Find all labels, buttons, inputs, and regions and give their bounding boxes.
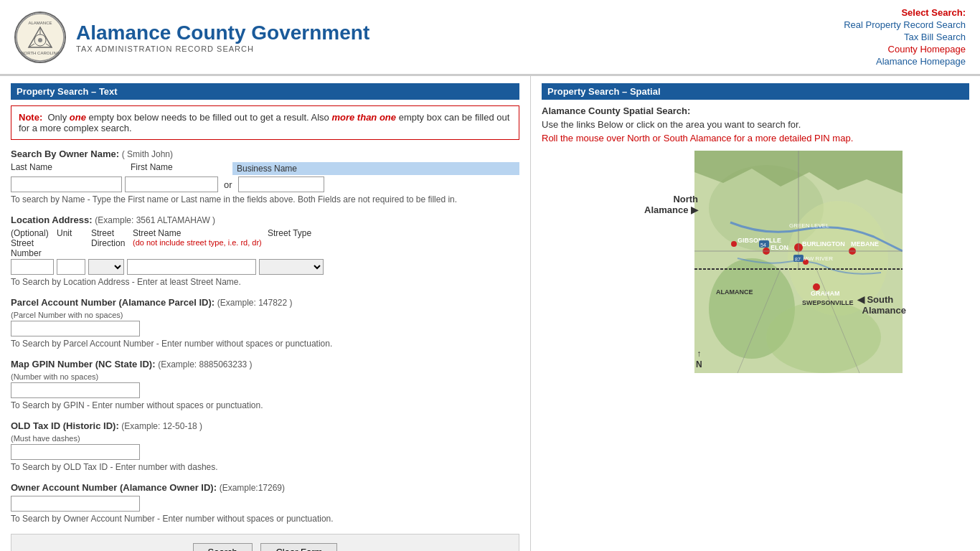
- left-section-header: Property Search – Text: [11, 83, 519, 100]
- street-name-input[interactable]: [127, 259, 256, 275]
- gpin-hint: To Search by GPIN - Enter number without…: [11, 400, 519, 410]
- old-tax-title: OLD Tax ID (Historic ID): (Example: 12-5…: [11, 420, 519, 431]
- note-box: Note: Only one empty box below needs to …: [11, 105, 519, 140]
- last-name-input[interactable]: [11, 176, 122, 192]
- direction-label: Street Direction: [91, 228, 130, 258]
- header-title: Alamance County Government TAX ADMINISTR…: [76, 22, 369, 53]
- note-label: Note:: [19, 112, 42, 123]
- buttons-area: Search Clear Form: [11, 534, 519, 551]
- name-fields-inputs: or: [11, 176, 519, 192]
- svg-text:87: 87: [795, 257, 801, 262]
- loc-labels: (Optional) Street Number Unit Street Dir…: [11, 228, 519, 258]
- street-name-hint: (do not include street type, i.e. rd, dr…: [133, 238, 265, 247]
- parcel-input[interactable]: [11, 321, 140, 336]
- right-panel: Property Search – Spatial Alamance Count…: [531, 76, 980, 551]
- map-container: NorthAlamance ▶ GIBSONVILLE: [644, 151, 867, 373]
- right-section-header: Property Search – Spatial: [542, 83, 969, 100]
- svg-text:ELON: ELON: [771, 244, 788, 251]
- note-more: more than one: [331, 112, 396, 123]
- svg-text:GREEN LEVEL: GREEN LEVEL: [789, 222, 829, 229]
- svg-text:ALAMANCE: ALAMANCE: [28, 21, 52, 25]
- svg-text:SWEPSONVILLE: SWEPSONVILLE: [802, 299, 854, 306]
- svg-text:NORTH CAROLINA: NORTH CAROLINA: [21, 51, 60, 55]
- owner-name-section: Search By Owner Name: ( Smith John) Last…: [11, 149, 519, 204]
- header-nav: Select Search: Real Property Record Sear…: [844, 7, 966, 67]
- svg-text:BURLINGTON: BURLINGTON: [802, 240, 845, 248]
- optional-label: (Optional): [11, 228, 54, 238]
- svg-text:HAW RIVER: HAW RIVER: [801, 255, 833, 262]
- owner-account-section: Owner Account Number (Alamance Owner ID)…: [11, 482, 519, 524]
- biz-name-label: Business Name: [232, 162, 519, 175]
- location-hint: To Search by Location Address - Enter at…: [11, 277, 519, 287]
- spatial-heading: Alamance County Spatial Search:: [542, 105, 969, 116]
- parcel-hint: To Search by Parcel Account Number - Ent…: [11, 339, 519, 349]
- site-title: Alamance County Government: [76, 22, 369, 44]
- owner-account-hint: To Search by Owner Account Number - Ente…: [11, 514, 519, 524]
- old-tax-section: OLD Tax ID (Historic ID): (Example: 12-5…: [11, 420, 519, 472]
- location-section: Location Address: (Example: 3561 ALTAMAH…: [11, 215, 519, 287]
- direction-select[interactable]: NSEW NENWSESW: [88, 259, 124, 275]
- header-left: ALAMANCE NORTH CAROLINA Alamance County …: [14, 11, 369, 63]
- name-fields-header: Last Name First Name Business Name: [11, 162, 519, 175]
- gpin-input[interactable]: [11, 382, 140, 398]
- street-name-label: Street Name: [133, 228, 265, 238]
- gpin-sublabel: (Number with no spaces): [11, 372, 519, 381]
- old-tax-hint: To Search by OLD Tax ID - Enter number w…: [11, 462, 519, 472]
- nav-county-homepage[interactable]: County Homepage: [844, 44, 966, 55]
- note-one: one: [70, 112, 86, 123]
- street-type-label: Street Type: [268, 228, 311, 258]
- select-search-label: Select Search:: [844, 7, 966, 18]
- south-label: ◀ South Alamance: [857, 294, 906, 316]
- svg-point-5: [38, 38, 42, 42]
- owner-account-title: Owner Account Number (Alamance Owner ID)…: [11, 482, 519, 493]
- spatial-text: Alamance County Spatial Search: Use the …: [542, 105, 969, 143]
- search-button[interactable]: Search: [193, 543, 253, 551]
- north-label: NorthAlamance ▶: [644, 194, 698, 215]
- unit-input[interactable]: [57, 259, 85, 275]
- loc-inputs: NSEW NENWSESW RDDRSTAVE BLVDLNCTWAY: [11, 259, 519, 275]
- gpin-section: Map GPIN Number (NC State ID): (Example:…: [11, 359, 519, 410]
- spatial-line2: Roll the mouse over North or South Alama…: [542, 133, 969, 143]
- parcel-title: Parcel Account Number (Alamance Parcel I…: [11, 297, 519, 308]
- owner-name-hint: To search by Name - Type the First name …: [11, 194, 519, 204]
- old-tax-input[interactable]: [11, 444, 140, 460]
- or-label: or: [224, 179, 232, 190]
- gpin-title: Map GPIN Number (NC State ID): (Example:…: [11, 359, 519, 369]
- first-name-label: First Name: [131, 162, 224, 175]
- street-number-input[interactable]: [11, 259, 54, 275]
- site-subtitle: TAX ADMINISTRATION RECORD SEARCH: [76, 44, 369, 53]
- last-name-label: Last Name: [11, 162, 122, 175]
- county-map[interactable]: GIBSONVILLE ELON BURLINGTON GREEN LEVEL …: [694, 151, 903, 373]
- parcel-section: Parcel Account Number (Alamance Parcel I…: [11, 297, 519, 349]
- nav-real-property[interactable]: Real Property Record Search: [844, 19, 966, 30]
- county-logo: ALAMANCE NORTH CAROLINA: [14, 11, 66, 63]
- owner-account-input[interactable]: [11, 496, 140, 512]
- svg-text:54: 54: [760, 242, 766, 248]
- nav-tax-bill[interactable]: Tax Bill Search: [844, 32, 966, 42]
- compass-icon: ↑N: [696, 349, 702, 369]
- svg-point-16: [731, 241, 737, 247]
- street-number-label: Street Number: [11, 238, 54, 258]
- page-header: ALAMANCE NORTH CAROLINA Alamance County …: [0, 0, 980, 75]
- business-name-input[interactable]: [238, 176, 324, 192]
- parcel-sublabel: (Parcel Number with no spaces): [11, 311, 519, 319]
- spatial-line1: Use the links Below or click on the area…: [542, 119, 969, 130]
- old-tax-sublabel: (Must have dashes): [11, 434, 519, 443]
- svg-text:ALAMANCE: ALAMANCE: [716, 288, 753, 296]
- nav-alamance-homepage[interactable]: Alamance Homepage: [844, 56, 966, 67]
- street-type-select[interactable]: RDDRSTAVE BLVDLNCTWAY: [259, 259, 324, 275]
- unit-label: Unit: [57, 228, 88, 258]
- main-content: Property Search – Text Note: Only one em…: [0, 76, 980, 551]
- clear-form-button[interactable]: Clear Form: [260, 543, 337, 551]
- svg-text:MEBANE: MEBANE: [851, 240, 879, 248]
- first-name-input[interactable]: [125, 176, 218, 192]
- left-panel: Property Search – Text Note: Only one em…: [0, 76, 531, 551]
- owner-name-title: Search By Owner Name: ( Smith John): [11, 149, 519, 159]
- location-title: Location Address: (Example: 3561 ALTAMAH…: [11, 215, 519, 225]
